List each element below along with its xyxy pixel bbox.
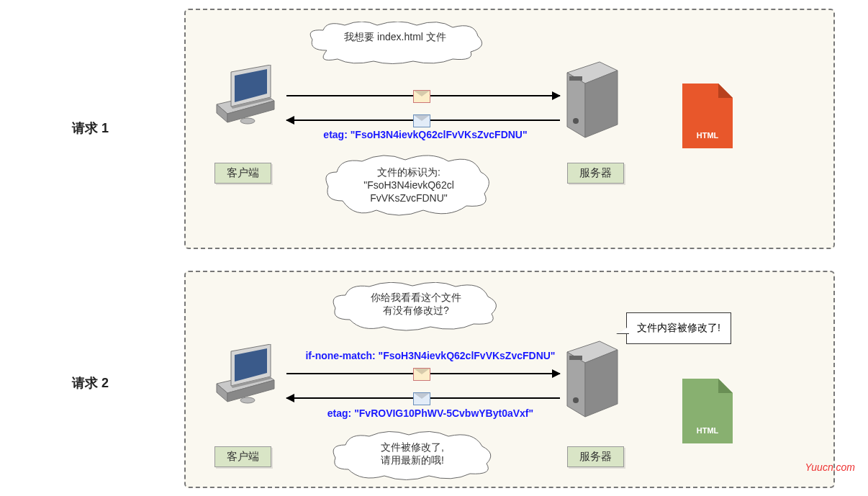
server-icon bbox=[560, 334, 625, 420]
computer-icon bbox=[206, 65, 285, 137]
envelope-icon bbox=[413, 392, 430, 405]
cloud-line: 文件的标识为: bbox=[328, 166, 489, 179]
server-icon bbox=[560, 55, 625, 141]
cloud-line: 文件被修改了, bbox=[335, 441, 489, 454]
cloud-req2-top: 你给我看看这个文件 有没有修改过? bbox=[330, 282, 502, 331]
svg-point-11 bbox=[573, 118, 579, 124]
file-icon-orange: HTML bbox=[682, 84, 733, 148]
watermark: Yuucn.com bbox=[805, 461, 855, 473]
etag-header-req1: etag: "FsoH3N4ievkQ62clFvVKsZvcFDNU" bbox=[281, 129, 569, 140]
envelope-icon bbox=[413, 90, 430, 103]
computer-icon bbox=[206, 344, 285, 416]
cloud-req1-bottom: 文件的标识为: "FsoH3N4ievkQ62cl FvVKsZvcFDNU" bbox=[322, 154, 495, 219]
file-icon-green: HTML bbox=[682, 379, 733, 443]
cloud-req2-bottom: 文件被修改了, 请用最新的哦! bbox=[330, 430, 495, 481]
cloud-line: 有没有修改过? bbox=[335, 304, 497, 317]
svg-marker-27 bbox=[718, 379, 733, 393]
cloud-line: FvVKsZvcFDNU" bbox=[328, 191, 489, 204]
if-none-match-header: if-none-match: "FsoH3N4ievkQ62clFvVKsZvc… bbox=[276, 350, 585, 361]
panel-request1: 我想要 index.html 文件 etag: "FsoH3N4ievkQ62c… bbox=[184, 9, 835, 249]
svg-point-6 bbox=[240, 118, 255, 124]
speech-bubble: 文件内容被修改了! bbox=[626, 312, 731, 344]
svg-marker-8 bbox=[567, 73, 585, 137]
panel-request2: 你给我看看这个文件 有没有修改过? if-none-match: "FsoH3N… bbox=[184, 271, 835, 488]
svg-rect-24 bbox=[569, 356, 582, 360]
request1-title: 请求 1 bbox=[72, 120, 109, 137]
file-badge: HTML bbox=[682, 426, 733, 435]
server-label: 服务器 bbox=[567, 163, 624, 184]
request2-title: 请求 2 bbox=[72, 374, 109, 392]
server-label: 服务器 bbox=[567, 446, 624, 467]
cloud-line: 你给我看看这个文件 bbox=[335, 291, 497, 304]
envelope-icon bbox=[413, 114, 430, 127]
cloud-req1-top-text: 我想要 index.html 文件 bbox=[305, 22, 485, 52]
svg-point-25 bbox=[573, 397, 579, 403]
client-label: 客户端 bbox=[214, 163, 271, 184]
svg-point-20 bbox=[240, 397, 255, 403]
envelope-icon bbox=[413, 368, 430, 381]
file-badge: HTML bbox=[682, 131, 733, 140]
diagram-root: 请求 1 我想要 index.html 文件 etag: "FsoH3N4iev… bbox=[0, 0, 868, 496]
client-label: 客户端 bbox=[214, 446, 271, 467]
cloud-req1-top: 我想要 index.html 文件 bbox=[305, 22, 485, 65]
svg-marker-22 bbox=[567, 352, 585, 417]
cloud-line: "FsoH3N4ievkQ62cl bbox=[328, 179, 489, 191]
svg-rect-10 bbox=[569, 76, 582, 81]
etag-header-req2: etag: "FvROVIG10PhWV-5CvbwYByt0aVxf" bbox=[286, 407, 574, 419]
svg-marker-13 bbox=[718, 84, 733, 98]
cloud-line: 请用最新的哦! bbox=[335, 454, 489, 466]
